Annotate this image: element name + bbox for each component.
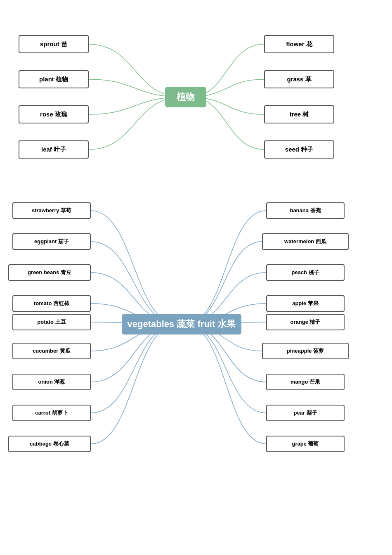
node-banana: banana 香蕉 (266, 202, 345, 219)
node-eggplant: eggplant 茄子 (12, 233, 91, 250)
node-tree: tree 树 (264, 105, 334, 123)
node-peach: peach 桃子 (266, 264, 345, 281)
node-potato: potato 土豆 (12, 314, 91, 330)
node-mango: mango 芒果 (266, 374, 345, 390)
node-grass: grass 草 (264, 70, 334, 88)
node-strawberry: strawberry 草莓 (12, 202, 91, 219)
node-leaf: leaf 叶子 (19, 140, 89, 159)
node-watermelon: watermelon 西瓜 (262, 233, 349, 250)
node-rose: rose 玫瑰 (19, 105, 89, 123)
node-cucumber: cucumber 黄瓜 (12, 343, 91, 359)
node-flower: flower 花 (264, 35, 334, 53)
node-seed: seed 种子 (264, 140, 334, 159)
center-node-plants: 植物 (165, 87, 206, 107)
node-plant: plant 植物 (19, 70, 89, 88)
main-diagram: sprout 苗plant 植物rose 玫瑰leaf 叶子flower 花gr… (0, 0, 392, 555)
node-orange: orange 桔子 (266, 314, 345, 330)
node-grape: grape 葡萄 (266, 436, 345, 452)
node-onion: onion 洋葱 (12, 374, 91, 390)
node-greenbeans: green beans 青豆 (8, 264, 91, 281)
node-pear: pear 梨子 (266, 405, 345, 421)
node-sprout: sprout 苗 (19, 35, 89, 53)
node-tomato: tomato 西红柿 (12, 295, 91, 312)
node-cabbage: cabbage 卷心菜 (8, 436, 91, 452)
node-carrot: carrot 胡萝卜 (12, 405, 91, 421)
node-apple: apple 苹果 (266, 295, 345, 312)
center-node-veggies: vegetables 蔬菜 fruit 水果 (122, 314, 241, 334)
node-pineapple: pineapple 菠萝 (262, 343, 349, 359)
